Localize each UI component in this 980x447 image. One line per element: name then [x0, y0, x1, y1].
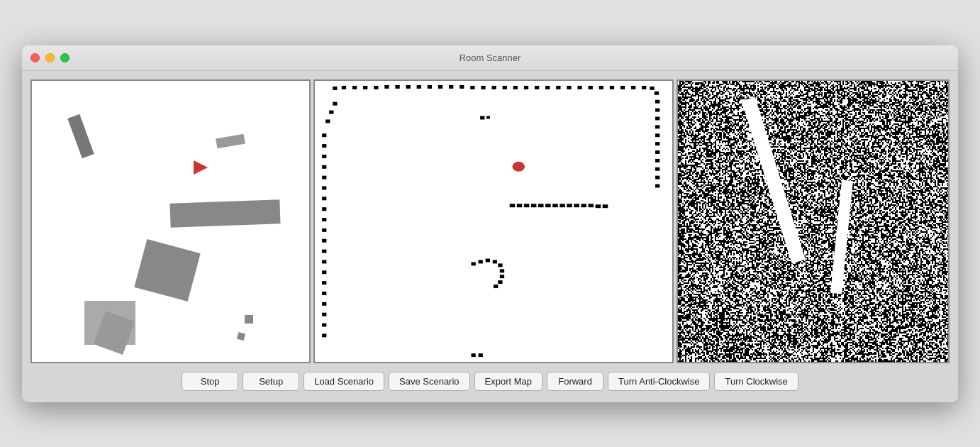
svg-rect-81	[596, 204, 601, 208]
robot-indicator	[194, 160, 208, 175]
svg-rect-50	[322, 207, 326, 211]
svg-rect-88	[500, 269, 504, 272]
svg-rect-71	[524, 204, 530, 207]
svg-rect-56	[322, 270, 326, 274]
svg-rect-47	[322, 175, 326, 179]
obstacle-3	[169, 199, 280, 227]
svg-rect-58	[322, 292, 326, 295]
setup-button[interactable]: Setup	[243, 372, 299, 391]
lidar-display	[678, 81, 948, 362]
svg-rect-80	[589, 204, 594, 207]
save-scenario-button[interactable]: Save Scenario	[389, 372, 470, 391]
svg-rect-32	[655, 99, 659, 103]
svg-rect-63	[325, 119, 330, 123]
svg-rect-42	[655, 184, 659, 187]
svg-rect-93	[479, 353, 483, 357]
svg-rect-70	[517, 204, 523, 207]
svg-rect-0	[333, 86, 337, 89]
turn-anticlockwise-button[interactable]: Turn Anti-Clockwise	[608, 372, 710, 391]
svg-rect-38	[655, 150, 659, 154]
svg-point-68	[512, 161, 525, 171]
turn-clockwise-button[interactable]: Turn Clockwise	[714, 372, 798, 391]
svg-rect-52	[322, 228, 326, 231]
sensor-canvas	[678, 81, 948, 362]
obstacle-1	[67, 114, 94, 158]
forward-button[interactable]: Forward	[547, 372, 603, 391]
map-canvas	[315, 81, 672, 362]
stop-button[interactable]: Stop	[182, 372, 238, 391]
svg-rect-89	[500, 275, 504, 278]
svg-rect-29	[642, 85, 646, 89]
svg-rect-45	[322, 154, 326, 158]
svg-rect-23	[577, 85, 581, 89]
svg-rect-62	[322, 333, 326, 337]
svg-rect-53	[322, 238, 326, 242]
svg-rect-83	[472, 262, 476, 265]
minimize-button[interactable]	[45, 53, 55, 62]
svg-rect-73	[538, 204, 544, 207]
maximize-button[interactable]	[60, 53, 69, 62]
svg-rect-60	[322, 312, 326, 316]
svg-rect-18	[524, 85, 528, 89]
window-title: Room Scanner	[460, 53, 521, 63]
svg-rect-34	[655, 116, 659, 120]
svg-rect-87	[498, 263, 502, 267]
sensor-panel	[676, 79, 950, 363]
svg-rect-6	[395, 84, 399, 88]
window-controls	[30, 53, 69, 62]
svg-rect-35	[655, 125, 659, 128]
svg-rect-75	[552, 204, 558, 207]
svg-rect-21	[556, 85, 560, 89]
main-content: Stop Setup Load Scenario Save Scenario E…	[22, 71, 958, 402]
svg-rect-64	[329, 110, 333, 114]
close-button[interactable]	[30, 53, 40, 62]
svg-rect-3	[363, 85, 367, 89]
svg-rect-15	[491, 85, 496, 89]
svg-rect-67	[486, 116, 490, 118]
svg-rect-17	[513, 85, 518, 89]
svg-rect-20	[545, 85, 550, 89]
room-simulation-panel	[30, 79, 311, 363]
svg-rect-59	[322, 302, 326, 305]
svg-rect-9	[428, 84, 432, 88]
svg-rect-14	[481, 85, 485, 89]
svg-rect-27	[620, 85, 625, 89]
svg-rect-91	[494, 285, 498, 288]
panels-container	[30, 79, 950, 363]
svg-rect-82	[603, 204, 608, 208]
obstacle-8	[237, 331, 245, 340]
svg-rect-30	[650, 86, 655, 89]
svg-rect-36	[655, 133, 659, 137]
svg-rect-2	[352, 85, 357, 89]
svg-rect-76	[559, 204, 565, 207]
obstacle-2	[216, 133, 245, 148]
svg-rect-11	[449, 84, 453, 88]
obstacle-7	[245, 315, 253, 324]
svg-rect-69	[510, 204, 516, 207]
export-map-button[interactable]: Export Map	[474, 372, 542, 391]
load-scenario-button[interactable]: Load Scenario	[304, 372, 384, 391]
svg-rect-8	[417, 84, 421, 88]
svg-rect-79	[581, 204, 586, 207]
svg-rect-78	[574, 204, 579, 207]
svg-rect-13	[470, 85, 474, 89]
svg-rect-55	[322, 260, 326, 263]
svg-rect-65	[333, 101, 337, 105]
svg-rect-40	[655, 167, 659, 170]
obstacle-4	[134, 239, 200, 302]
map-panel	[313, 79, 674, 363]
svg-rect-90	[498, 280, 502, 284]
svg-rect-7	[406, 84, 411, 88]
svg-rect-37	[655, 142, 659, 145]
svg-rect-28	[631, 85, 635, 89]
svg-rect-84	[479, 260, 483, 263]
svg-rect-74	[545, 204, 551, 207]
svg-rect-92	[472, 353, 476, 357]
svg-rect-26	[610, 85, 614, 89]
svg-rect-43	[322, 133, 326, 137]
svg-rect-10	[438, 84, 442, 88]
svg-rect-33	[655, 108, 659, 111]
room-canvas	[32, 81, 309, 362]
svg-rect-46	[322, 165, 326, 168]
svg-rect-24	[589, 85, 593, 89]
